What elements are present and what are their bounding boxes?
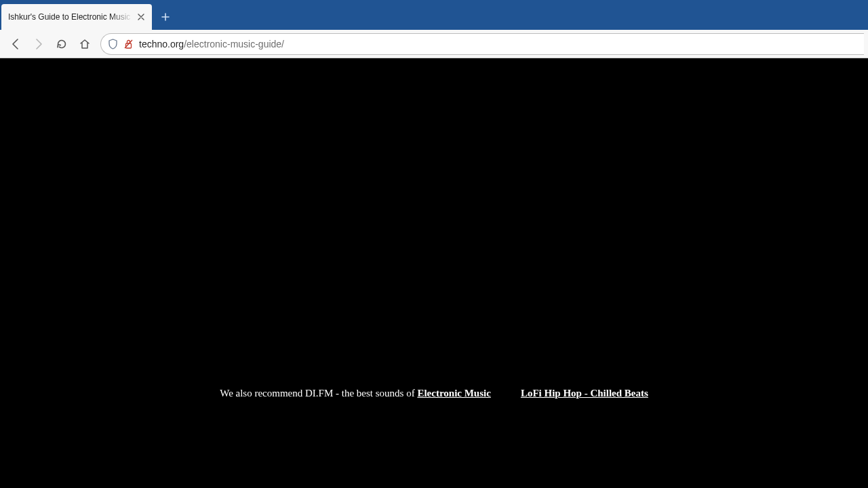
url-path: /electronic-music-guide/	[184, 39, 284, 49]
address-bar-icons	[108, 39, 134, 49]
not-secure-lock-icon[interactable]	[123, 39, 134, 49]
address-bar[interactable]: techno.org/electronic-music-guide/	[100, 33, 864, 55]
recommend-text: We also recommend DI.FM - the best sound…	[220, 388, 417, 399]
link-electronic-music[interactable]: Electronic Music	[417, 388, 490, 399]
browser-tab[interactable]: Ishkur's Guide to Electronic Music |	[1, 4, 152, 30]
new-tab-button[interactable]	[156, 7, 175, 26]
recommendation-line: We also recommend DI.FM - the best sound…	[0, 388, 868, 399]
forward-button[interactable]	[27, 33, 50, 56]
browser-toolbar: techno.org/electronic-music-guide/	[0, 30, 868, 58]
link-lofi-hiphop[interactable]: LoFi Hip Hop - Chilled Beats	[521, 388, 648, 399]
back-button[interactable]	[4, 33, 27, 56]
address-bar-url: techno.org/electronic-music-guide/	[139, 39, 284, 49]
home-button[interactable]	[73, 33, 96, 56]
close-tab-icon[interactable]	[136, 12, 146, 22]
reload-button[interactable]	[50, 33, 73, 56]
tab-title: Ishkur's Guide to Electronic Music |	[8, 12, 136, 22]
url-domain: techno.org	[139, 39, 184, 49]
shield-icon[interactable]	[108, 39, 118, 49]
page-content: We also recommend DI.FM - the best sound…	[0, 58, 868, 488]
tab-strip: Ishkur's Guide to Electronic Music |	[0, 0, 868, 30]
